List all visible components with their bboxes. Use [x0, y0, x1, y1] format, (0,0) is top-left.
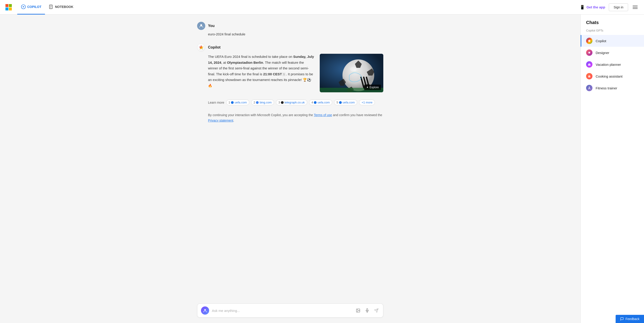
response-plain: The UEFA Euro 2024 final is scheduled to… — [208, 55, 293, 58]
user-message-header: You — [197, 22, 383, 30]
source-domain-3: telegraph.co.uk — [284, 101, 305, 104]
get-app-label: Get the app — [586, 5, 606, 9]
source-link-4[interactable]: 4 uefa.com — [309, 100, 332, 105]
source-link-5[interactable]: 5 uefa.com — [334, 100, 357, 105]
copilot-message-body: The UEFA Euro 2024 final is scheduled to… — [208, 54, 383, 92]
sidebar-section-label: Copilot GPTs — [581, 29, 644, 35]
chat-actions — [355, 307, 380, 314]
nav-tabs: COPILOT NOTEBOOK — [17, 0, 77, 14]
chat-input-container — [197, 304, 383, 318]
sidebar-item-cooking-label: Cooking assistant — [596, 74, 622, 78]
copilot-sidebar-icon — [586, 38, 592, 44]
svg-point-20 — [357, 310, 358, 310]
svg-point-18 — [204, 309, 206, 311]
notebook-tab-icon — [48, 4, 54, 9]
learn-more-section: Learn more 1 uefa.com 2 bing.com 3 teleg… — [208, 100, 383, 105]
source-domain-5: uefa.com — [343, 101, 355, 104]
microphone-button[interactable] — [364, 307, 370, 314]
response-bold3: 21:00 CEST — [263, 72, 282, 76]
svg-marker-28 — [588, 63, 591, 64]
designer-sidebar-icon — [586, 49, 592, 56]
source-domain-1: uefa.com — [234, 101, 246, 104]
copilot-avatar — [197, 43, 205, 51]
sidebar-item-vacation[interactable]: Vacation planner — [581, 58, 644, 70]
response-image: ✦ Explore — [320, 54, 383, 92]
header-left: COPILOT NOTEBOOK — [6, 0, 77, 14]
menu-line-3 — [633, 8, 638, 9]
explore-button[interactable]: ✦ Explore — [364, 85, 381, 90]
explore-icon: ✦ — [366, 86, 368, 89]
source-link-more[interactable]: +1 more — [359, 100, 375, 105]
svg-rect-29 — [588, 76, 590, 78]
menu-line-1 — [633, 6, 638, 6]
user-message-body: euro-2024 final schedule — [208, 32, 383, 36]
sidebar-item-designer-label: Designer — [596, 51, 609, 55]
terms-text-3: . — [233, 119, 234, 122]
main-content: You euro-2024 final schedule — [0, 14, 580, 323]
copilot-tab-icon — [21, 4, 26, 9]
copilot-name: Copilot — [208, 45, 220, 49]
source-icon-1 — [231, 101, 234, 104]
vacation-sidebar-icon — [586, 61, 592, 68]
user-avatar — [197, 22, 205, 30]
sidebar-item-copilot[interactable]: Copilot — [581, 35, 644, 47]
feedback-button[interactable]: Feedback — [616, 315, 644, 323]
sidebar-item-vacation-label: Vacation planner — [596, 63, 621, 66]
menu-line-2 — [633, 7, 638, 7]
source-icon-5 — [339, 101, 342, 104]
svg-point-5 — [200, 24, 202, 26]
sidebar-item-cooking[interactable]: Cooking assistant — [581, 70, 644, 82]
sign-in-button[interactable]: Sign in — [609, 3, 628, 11]
image-action-button[interactable] — [355, 307, 361, 314]
svg-point-16 — [350, 67, 357, 71]
cooking-sidebar-icon — [586, 73, 592, 79]
user-message: You euro-2024 final schedule — [197, 22, 383, 36]
svg-rect-27 — [588, 64, 591, 66]
response-text: The UEFA Euro 2024 final is scheduled to… — [208, 54, 314, 88]
response-mid1: , at — [221, 60, 227, 64]
chat-area: You euro-2024 final schedule — [188, 14, 392, 300]
chat-input[interactable] — [212, 309, 352, 313]
tab-copilot[interactable]: COPILOT — [17, 0, 45, 14]
tab-copilot-label: COPILOT — [27, 5, 41, 9]
sidebar-item-fitness[interactable]: Fitness trainer — [581, 82, 644, 94]
terms-section: By continuing your interaction with Micr… — [208, 112, 383, 123]
source-domain-2: bing.com — [260, 101, 272, 104]
sidebar-title: Chats — [581, 20, 644, 29]
fitness-sidebar-icon — [586, 85, 592, 91]
sidebar: Chats Copilot GPTs Copilot Designer — [580, 14, 644, 323]
send-button[interactable] — [373, 307, 380, 314]
main-layout: You euro-2024 final schedule — [0, 14, 644, 323]
source-link-2[interactable]: 2 bing.com — [251, 100, 274, 105]
response-bold2: Olympiastadion Berlin — [227, 60, 263, 64]
tab-notebook-label: NOTEBOOK — [55, 5, 73, 9]
phone-icon: 📱 — [580, 5, 585, 10]
menu-button[interactable] — [632, 5, 638, 10]
user-query-text: euro-2024 final schedule — [208, 32, 383, 36]
source-link-1[interactable]: 1 uefa.com — [226, 100, 249, 105]
get-app-button[interactable]: 📱 Get the app — [580, 5, 606, 10]
header-right: 📱 Get the app Sign in — [580, 3, 638, 11]
source-icon-4 — [314, 101, 316, 104]
terms-link-2[interactable]: Privacy statement — [208, 119, 233, 122]
copilot-message-header: Copilot — [197, 43, 383, 51]
source-icon-3 — [281, 101, 284, 104]
sidebar-item-copilot-label: Copilot — [596, 39, 606, 43]
chat-input-avatar-icon — [201, 307, 209, 315]
header: COPILOT NOTEBOOK 📱 Get the app Sign in — [0, 0, 644, 14]
terms-link-1[interactable]: Terms of use — [314, 113, 332, 117]
learn-more-label: Learn more — [208, 101, 224, 104]
ref-number: 1 — [282, 73, 286, 76]
svg-rect-21 — [367, 309, 368, 311]
chat-input-area — [188, 300, 392, 323]
tab-notebook[interactable]: NOTEBOOK — [45, 0, 77, 14]
source-more-label: +1 more — [362, 101, 372, 104]
feedback-label: Feedback — [626, 317, 640, 321]
source-domain-4: uefa.com — [318, 101, 330, 104]
source-icon-2 — [256, 101, 259, 104]
terms-text-2: and confirm you have reviewed the — [332, 113, 382, 117]
svg-point-30 — [589, 87, 590, 87]
source-link-3[interactable]: 3 telegraph.co.uk — [276, 100, 307, 105]
response-content: The UEFA Euro 2024 final is scheduled to… — [208, 54, 383, 92]
sidebar-item-designer[interactable]: Designer — [581, 47, 644, 58]
